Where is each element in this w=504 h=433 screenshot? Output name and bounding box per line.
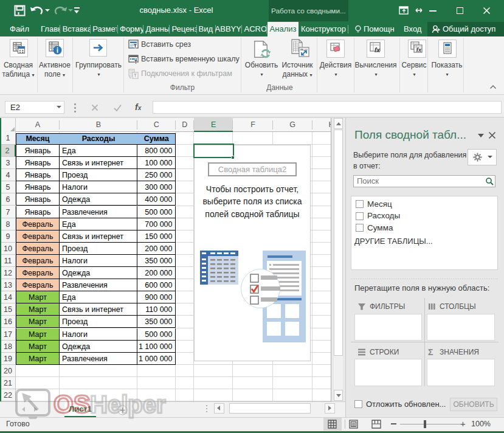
- svg-text:fx: fx: [416, 47, 422, 53]
- svg-text:fx: fx: [375, 47, 380, 54]
